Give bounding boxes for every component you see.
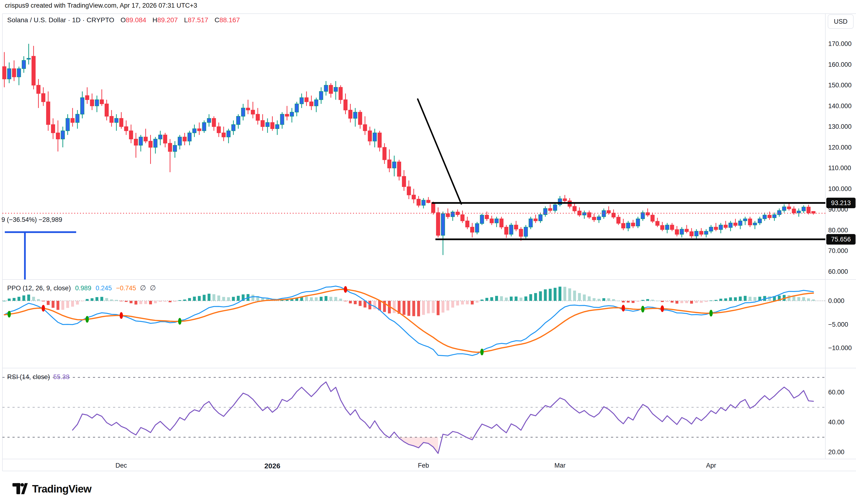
tradingview-logo[interactable]: TradingView	[13, 483, 91, 495]
tradingview-logo-text: TradingView	[32, 483, 91, 495]
price-chart-canvas[interactable]	[0, 0, 856, 504]
low-value: 87.517	[188, 16, 208, 24]
axis-tick-label: 130.000	[828, 123, 852, 130]
price-level-tag: 75.656	[826, 234, 856, 245]
ppo-indicator-legend[interactable]: PPO (12, 26, 9, close)0.9890.245−0.745∅∅	[7, 284, 156, 292]
tradingview-logo-icon	[13, 483, 28, 495]
price-level-tag: 93.213	[826, 198, 856, 208]
axis-tick-label: 70.000	[828, 247, 848, 255]
axis-tick-label: 170.000	[828, 40, 852, 48]
axis-tick-label: 0.000	[828, 297, 844, 305]
measure-tool-label: 9 (−36.54%) −28,989	[1, 216, 62, 223]
time-axis-label: Dec	[116, 462, 127, 469]
axis-tick-label: 40.00	[828, 418, 844, 426]
high-label: H	[153, 16, 157, 24]
time-axis-label: Feb	[418, 462, 429, 469]
low-label: L	[184, 16, 188, 24]
axis-tick-label: 120.000	[828, 144, 852, 151]
credit-line: crispus9 created with TradingView.com, A…	[5, 2, 197, 9]
axis-tick-label: 150.000	[828, 82, 852, 89]
empty-set-icon[interactable]: ∅	[140, 284, 146, 292]
time-axis-label: Apr	[706, 462, 716, 469]
empty-set-icon[interactable]: ∅	[150, 284, 156, 292]
ppo-signal-value: −0.745	[116, 285, 136, 292]
axis-tick-label: 60.00	[828, 389, 844, 396]
ppo-line-value: 0.245	[95, 285, 112, 292]
axis-tick-label: −5.000	[828, 321, 848, 328]
axis-tick-label: 110.000	[828, 164, 851, 172]
axis-tick-label: −10.000	[828, 344, 852, 352]
axis-tick-label: 60.000	[828, 268, 848, 275]
currency-usd-button[interactable]: USD	[828, 14, 854, 29]
symbol-bar[interactable]: Solana / U.S. Dollar · 1D · CRYPTOO89.08…	[7, 16, 240, 24]
chart-window: crispus9 created with TradingView.com, A…	[0, 0, 856, 504]
open-label: O	[121, 16, 126, 24]
axis-tick-label: 160.000	[828, 61, 852, 69]
ppo-indicator-title: PPO (12, 26, 9, close)	[7, 285, 71, 292]
high-value: 89.207	[157, 16, 178, 24]
close-value: 88.167	[220, 16, 240, 24]
rsi-indicator-title: RSI (14, close)	[7, 373, 50, 380]
time-axis-label: Mar	[555, 462, 566, 469]
rsi-value: 55.38	[53, 373, 70, 380]
axis-tick-label: 20.00	[828, 449, 844, 456]
ppo-hist-value: 0.989	[75, 285, 91, 292]
close-label: C	[215, 16, 220, 24]
axis-tick-label: 140.000	[828, 103, 852, 110]
axis-tick-label: 80.000	[828, 227, 848, 234]
axis-tick-label: 100.000	[828, 185, 852, 193]
rsi-indicator-legend[interactable]: RSI (14, close)55.38	[7, 373, 69, 381]
open-value: 89.084	[126, 16, 146, 24]
time-axis-label: 2026	[264, 462, 280, 470]
symbol-title: Solana / U.S. Dollar · 1D · CRYPTO	[7, 16, 114, 24]
